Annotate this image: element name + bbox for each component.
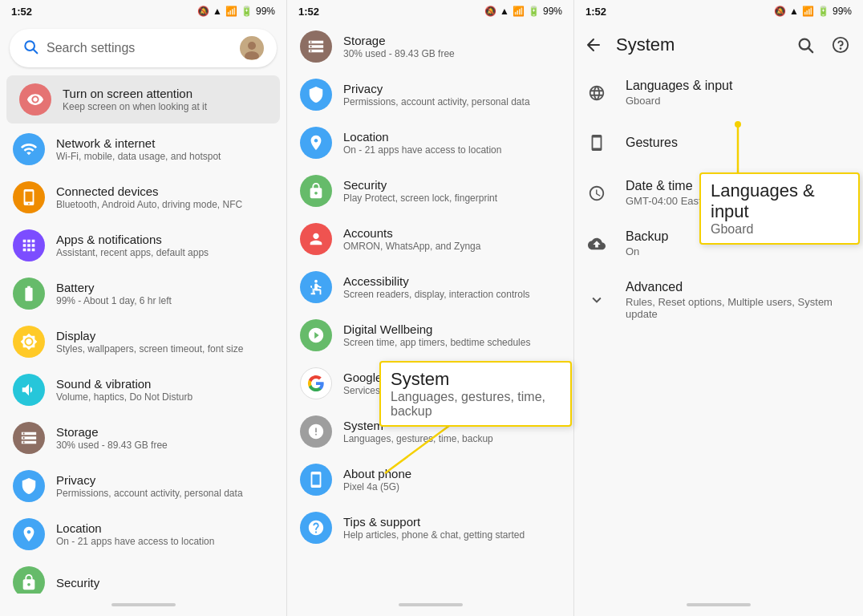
right-help-button[interactable] bbox=[825, 29, 857, 61]
right-battery-icon: 🔋 bbox=[817, 6, 829, 17]
mid-accessibility-text: Accessibility Screen readers, display, i… bbox=[343, 274, 561, 300]
right-signal-icon: 📶 bbox=[802, 6, 814, 17]
apps-icon bbox=[13, 229, 45, 261]
display-icon bbox=[13, 326, 45, 358]
right-tooltip-box: Languages & input Gboard bbox=[699, 172, 860, 245]
left-item-screen-attention[interactable]: Turn on screen attention Keep screen on … bbox=[6, 75, 280, 124]
mid-tips-support-title: Tips & support bbox=[343, 515, 561, 529]
left-item-sound[interactable]: Sound & vibration Volume, haptics, Do No… bbox=[0, 366, 286, 414]
right-gestures-title: Gestures bbox=[626, 136, 850, 150]
mid-item-privacy[interactable]: Privacy Permissions, account activity, p… bbox=[287, 71, 573, 119]
security-icon bbox=[13, 566, 45, 594]
left-item-privacy[interactable]: Privacy Permissions, account activity, p… bbox=[0, 462, 286, 510]
mid-accounts-title: Accounts bbox=[343, 226, 561, 240]
mid-about-phone-icon bbox=[300, 464, 332, 496]
mid-battery-percent: 99% bbox=[543, 6, 562, 17]
middle-nav-bar bbox=[399, 603, 463, 606]
left-item-storage[interactable]: Storage 30% used - 89.43 GB free bbox=[0, 414, 286, 462]
sound-title: Sound & vibration bbox=[56, 377, 273, 391]
mid-privacy-subtitle: Permissions, account activity, personal … bbox=[343, 96, 561, 107]
svg-point-3 bbox=[248, 42, 256, 50]
middle-panel: 1:52 🔕 ▲ 📶 🔋 99% Storage 30% used - bbox=[287, 0, 574, 616]
right-item-gestures[interactable]: Gestures bbox=[574, 118, 863, 168]
mid-security-subtitle: Play Protect, screen lock, fingerprint bbox=[343, 192, 561, 204]
mid-accounts-subtitle: OMRON, WhatsApp, and Zynga bbox=[343, 241, 561, 252]
right-advanced-icon bbox=[587, 290, 606, 310]
display-text: Display Styles, wallpapers, screen timeo… bbox=[56, 329, 273, 355]
mid-privacy-title: Privacy bbox=[343, 82, 561, 95]
left-item-battery[interactable]: Battery 99% - About 1 day, 6 hr left bbox=[0, 270, 286, 318]
right-languages-text: Languages & input Gboard bbox=[626, 79, 850, 107]
sound-text: Sound & vibration Volume, haptics, Do No… bbox=[56, 377, 273, 403]
screen-attention-subtitle: Keep screen on when looking at it bbox=[63, 101, 267, 112]
connected-devices-subtitle: Bluetooth, Android Auto, driving mode, N… bbox=[56, 199, 273, 210]
display-subtitle: Styles, wallpapers, screen timeout, font… bbox=[56, 343, 273, 355]
svg-line-7 bbox=[808, 48, 812, 52]
mid-item-accounts[interactable]: Accounts OMRON, WhatsApp, and Zynga bbox=[287, 215, 573, 263]
right-item-languages[interactable]: Languages & input Gboard bbox=[574, 67, 863, 118]
mid-item-tips-support[interactable]: Tips & support Help articles, phone & ch… bbox=[287, 504, 573, 552]
mid-storage-icon bbox=[300, 30, 332, 63]
right-advanced-title: Advanced bbox=[626, 280, 850, 294]
battery-percent-left: 99% bbox=[256, 6, 275, 17]
mid-item-security[interactable]: Security Play Protect, screen lock, fing… bbox=[287, 167, 573, 215]
mid-wifi-icon: ▲ bbox=[500, 6, 509, 17]
mid-security-icon bbox=[300, 175, 332, 207]
status-icons-middle: 🔕 ▲ 📶 🔋 99% bbox=[484, 6, 562, 17]
right-wifi-icon: ▲ bbox=[789, 6, 799, 17]
apps-title: Apps & notifications bbox=[56, 233, 273, 246]
display-title: Display bbox=[56, 329, 273, 342]
back-button[interactable] bbox=[577, 29, 610, 61]
left-item-apps[interactable]: Apps & notifications Assistant, recent a… bbox=[0, 221, 286, 270]
mid-storage-subtitle: 30% used - 89.43 GB free bbox=[343, 48, 561, 59]
right-battery-percent: 99% bbox=[833, 6, 852, 17]
location-icon bbox=[13, 518, 45, 550]
mid-item-about-phone[interactable]: About phone Pixel 4a (5G) bbox=[287, 456, 573, 504]
right-gestures-icon bbox=[587, 133, 606, 152]
privacy-subtitle: Permissions, account activity, personal … bbox=[56, 488, 273, 499]
right-languages-title: Languages & input bbox=[626, 79, 850, 93]
search-bar[interactable]: Search settings bbox=[10, 29, 277, 67]
mid-tooltip-box: System Languages, gestures, time, backup bbox=[379, 361, 572, 427]
location-text: Location On - 21 apps have access to loc… bbox=[56, 521, 273, 547]
mid-privacy-icon bbox=[300, 79, 332, 111]
right-gestures-text: Gestures bbox=[626, 136, 850, 150]
svg-point-5 bbox=[314, 280, 318, 283]
status-bar-left: 1:52 🔕 ▲ 📶 🔋 99% bbox=[0, 0, 286, 22]
wifi-icon: ▲ bbox=[213, 6, 222, 17]
right-panel-header: System bbox=[574, 22, 863, 67]
storage-title: Storage bbox=[56, 425, 273, 439]
apps-text: Apps & notifications Assistant, recent a… bbox=[56, 233, 273, 258]
right-dnd-icon: 🔕 bbox=[774, 6, 786, 17]
user-avatar[interactable] bbox=[240, 36, 264, 60]
left-item-connected-devices[interactable]: Connected devices Bluetooth, Android Aut… bbox=[0, 173, 286, 221]
left-item-security[interactable]: Security bbox=[0, 558, 286, 594]
mid-item-digital-wellbeing[interactable]: Digital Wellbeing Screen time, app timer… bbox=[287, 311, 573, 359]
svg-line-1 bbox=[34, 49, 38, 53]
time-middle: 1:52 bbox=[298, 6, 319, 18]
mid-item-location[interactable]: Location On - 21 apps have access to loc… bbox=[287, 119, 573, 167]
mid-security-title: Security bbox=[343, 178, 561, 192]
middle-settings-list: Storage 30% used - 89.43 GB free Privacy… bbox=[287, 22, 573, 594]
mid-tips-support-subtitle: Help articles, phone & chat, getting sta… bbox=[343, 529, 561, 541]
mid-privacy-text: Privacy Permissions, account activity, p… bbox=[343, 82, 561, 107]
search-icon bbox=[22, 38, 38, 59]
battery-text: Battery 99% - About 1 day, 6 hr left bbox=[56, 281, 273, 306]
battery-settings-icon bbox=[13, 278, 45, 310]
left-item-network[interactable]: Network & internet Wi-Fi, mobile, data u… bbox=[0, 125, 286, 173]
right-date-time-icon bbox=[587, 184, 606, 203]
time-left: 1:52 bbox=[11, 6, 32, 18]
security-text: Security bbox=[56, 576, 273, 590]
mid-item-accessibility[interactable]: Accessibility Screen readers, display, i… bbox=[287, 263, 573, 311]
storage-subtitle: 30% used - 89.43 GB free bbox=[56, 440, 273, 451]
privacy-icon bbox=[13, 470, 45, 502]
storage-icon bbox=[13, 422, 45, 454]
left-panel: 1:52 🔕 ▲ 📶 🔋 99% Search settings bbox=[0, 0, 287, 616]
right-tooltip-title: Languages & input bbox=[711, 180, 849, 222]
left-item-display[interactable]: Display Styles, wallpapers, screen timeo… bbox=[0, 318, 286, 366]
right-search-button[interactable] bbox=[789, 29, 821, 61]
left-item-location[interactable]: Location On - 21 apps have access to loc… bbox=[0, 510, 286, 558]
right-item-advanced[interactable]: Advanced Rules, Reset options, Multiple … bbox=[574, 269, 863, 331]
mid-item-storage[interactable]: Storage 30% used - 89.43 GB free bbox=[287, 22, 573, 71]
privacy-title: Privacy bbox=[56, 473, 273, 487]
